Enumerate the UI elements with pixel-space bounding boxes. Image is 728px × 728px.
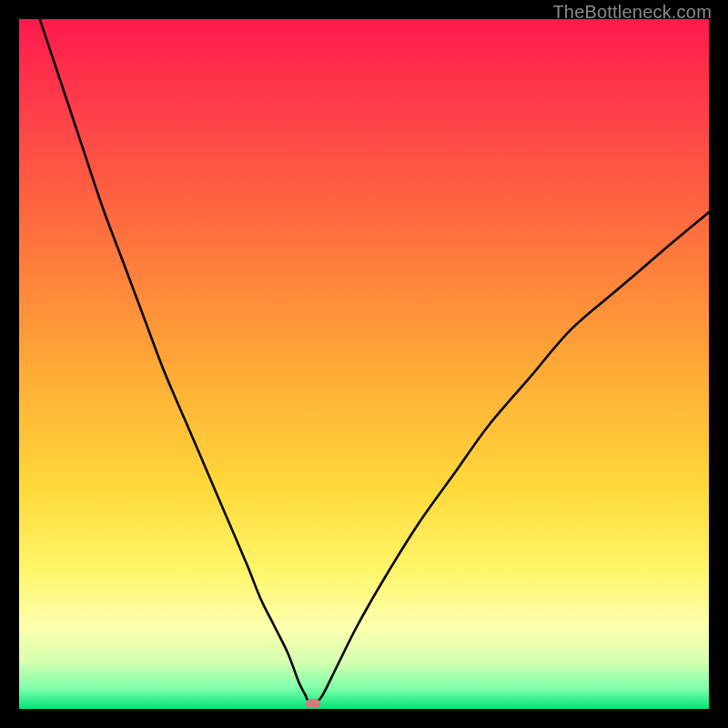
plot-area <box>19 19 709 709</box>
bottleneck-curve <box>19 19 709 709</box>
curve-path <box>40 19 709 703</box>
optimal-point-marker <box>306 699 320 708</box>
chart-frame: TheBottleneck.com <box>0 0 728 728</box>
